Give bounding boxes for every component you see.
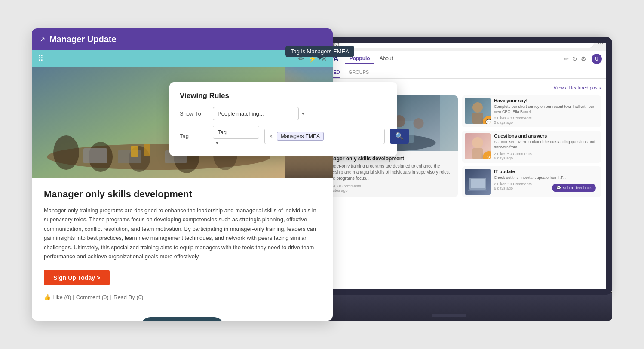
feed-tab-groups[interactable]: GROUPS <box>349 70 369 78</box>
laptop-screen: ‹ › Search ⋯ ⚡ Activity <box>290 37 608 295</box>
cms-footer: ⊕ Add New Article <box>32 311 333 321</box>
featured-main-body: Manager only skills development Manager-… <box>319 151 458 197</box>
chevron-down-icon <box>301 113 305 115</box>
side-card-title-2: IT update <box>494 169 598 174</box>
article-title: Manager only skills development <box>44 189 321 200</box>
cms-panel: ↗ Manager Update ⠿ ✏ ⚡ ✕ <box>32 28 333 321</box>
side-card-title-0: Have your say! <box>494 98 598 103</box>
svg-rect-31 <box>468 190 487 191</box>
featured-side-cards: 💬 Have your say! Complete our short surv… <box>462 95 601 197</box>
tag-value-field[interactable]: × Managers EMEA <box>264 129 385 144</box>
svg-rect-13 <box>131 146 138 157</box>
browser-url-bar[interactable]: Search <box>321 40 594 48</box>
side-card-body-0: Have your say! Complete our short survey… <box>494 98 598 125</box>
side-card-image-0: 💬 <box>465 98 491 124</box>
show-to-label: Show To <box>180 110 208 117</box>
feedback-icon: 💬 <box>556 186 561 190</box>
article-meta: 👍 Like (0) | Comment (0) | Read By (0) <box>44 294 321 300</box>
tag-row: Tag Tag Department Location × Managers E… <box>180 126 387 147</box>
side-card-image-2 <box>465 169 491 195</box>
refresh-icon[interactable]: ↻ <box>572 55 577 62</box>
svg-rect-25 <box>472 113 483 124</box>
topbar-action-icons: ✏ ↻ ⚙ <box>564 55 586 62</box>
tag-label: Tag <box>180 133 208 139</box>
search-icon: 🔍 <box>395 132 404 140</box>
article-content: Manager only skills development Manager-… <box>32 178 333 311</box>
side-card-0[interactable]: 💬 Have your say! Complete our short surv… <box>462 95 601 127</box>
add-article-button[interactable]: ⊕ Add New Article <box>141 317 224 321</box>
external-link-icon: ↗ <box>40 35 45 43</box>
gear-icon[interactable]: ⚙ <box>581 55 586 62</box>
featured-main-text: Manager-only training programs are desig… <box>323 163 454 181</box>
svg-rect-10 <box>83 148 107 163</box>
side-card-text-0: Complete our short survey on our recent … <box>494 104 598 114</box>
svg-point-27 <box>472 137 483 148</box>
settings-icon[interactable]: ⋯ <box>598 40 604 47</box>
show-to-select-wrapper: People matching... Everyone Nobody <box>213 107 305 120</box>
svg-rect-28 <box>472 148 483 159</box>
popup-title: Viewing Rules <box>180 92 387 100</box>
browser-actions: ⋯ <box>598 40 604 47</box>
side-card-text-1: As promised, we've updated the outstandi… <box>494 140 598 150</box>
tag-remove-icon[interactable]: × <box>269 133 273 140</box>
signup-button[interactable]: Sign Up Today > <box>44 270 110 285</box>
svg-point-22 <box>414 118 424 129</box>
edit-icon-topbar[interactable]: ✏ <box>564 55 569 62</box>
tag-chip: Managers EMEA <box>277 132 324 141</box>
article-body: Manager-only training programs are desig… <box>44 206 321 261</box>
laptop-container: ‹ › Search ⋯ ⚡ Activity <box>285 37 612 321</box>
svg-rect-32 <box>471 179 485 188</box>
svg-point-24 <box>472 102 483 113</box>
laptop-base <box>285 293 612 321</box>
side-card-image-1: ? <box>465 133 491 159</box>
show-to-select[interactable]: People matching... Everyone Nobody <box>213 107 299 120</box>
tag-type-wrapper: Tag Department Location <box>213 126 259 147</box>
feed-tabs: MY FEED GROUPS <box>312 67 608 79</box>
drag-handle-icon[interactable]: ⠿ <box>38 54 43 63</box>
tag-chevron-icon <box>215 142 219 144</box>
side-card-body-1: Questions and answers As promised, we've… <box>494 133 598 160</box>
side-card-meta-1: 2 Likes • 0 Comments 6 days ago <box>494 152 598 160</box>
intranet-topbar: NOVA Poppulo About ✏ <box>312 51 608 67</box>
svg-point-2 <box>53 135 79 170</box>
view-all-link[interactable]: View all featured posts <box>554 85 601 90</box>
side-card-2[interactable]: IT update Check out this important updat… <box>462 166 601 197</box>
viewing-rules-popup: Viewing Rules Show To People matching...… <box>169 82 397 156</box>
laptop-notch <box>432 314 466 317</box>
tag-type-select[interactable]: Tag Department Location <box>213 126 259 139</box>
like-icon: 👍 <box>44 294 51 300</box>
side-card-meta-0: 0 Likes • 0 Comments 5 days ago <box>494 116 598 125</box>
user-avatar[interactable]: U <box>592 54 602 64</box>
tag-search-button[interactable]: 🔍 <box>390 129 409 144</box>
svg-rect-14 <box>144 144 150 156</box>
submit-feedback-button[interactable]: 💬 Submit feedback <box>552 184 596 192</box>
featured-main-meta: 0 Likes • 0 Comments 7 minutes ago <box>323 184 454 193</box>
tag-tooltip: Tag is Managers EMEA <box>285 46 354 57</box>
featured-main-title: Manager only skills development <box>323 156 454 162</box>
side-card-1[interactable]: ? Questions and answers As promised, we'… <box>462 131 601 162</box>
cms-title: Manager Update <box>49 34 117 44</box>
side-card-text-2: Check out this important update from I.T… <box>494 175 598 181</box>
side-card-title-1: Questions and answers <box>494 133 598 138</box>
tab-about[interactable]: About <box>375 54 397 64</box>
show-to-row: Show To People matching... Everyone Nobo… <box>180 107 387 120</box>
